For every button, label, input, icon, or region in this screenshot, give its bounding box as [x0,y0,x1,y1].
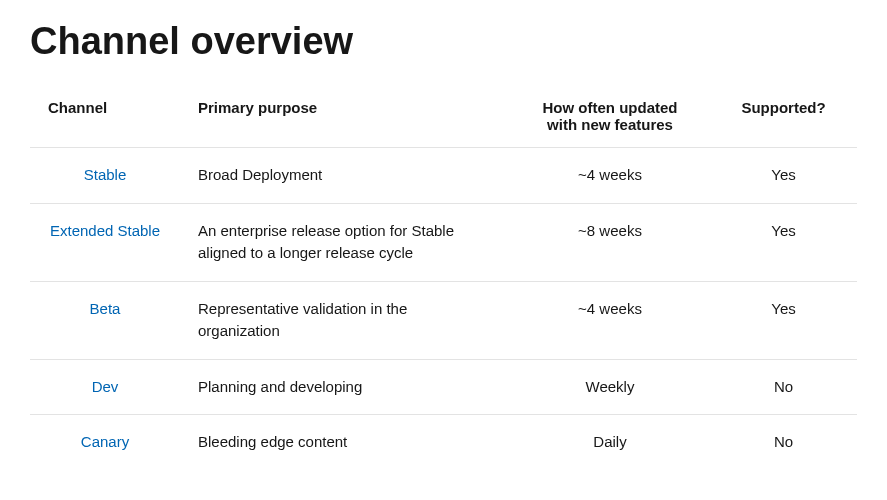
channel-table: Channel Primary purpose How often update… [30,87,857,470]
cell-frequency: Weekly [510,359,710,415]
table-row: Extended Stable An enterprise release op… [30,203,857,281]
header-channel: Channel [30,87,180,148]
table-row: Beta Representative validation in the or… [30,281,857,359]
table-row: Dev Planning and developing Weekly No [30,359,857,415]
channel-link-canary[interactable]: Canary [81,433,129,450]
cell-supported: No [710,359,857,415]
cell-supported: Yes [710,148,857,204]
channel-link-stable[interactable]: Stable [84,166,127,183]
table-row: Stable Broad Deployment ~4 weeks Yes [30,148,857,204]
table-row: Canary Bleeding edge content Daily No [30,415,857,470]
cell-supported: Yes [710,203,857,281]
cell-frequency: ~4 weeks [510,281,710,359]
cell-frequency: ~4 weeks [510,148,710,204]
cell-supported: Yes [710,281,857,359]
cell-purpose: Planning and developing [180,359,510,415]
cell-purpose: Bleeding edge content [180,415,510,470]
header-frequency: How often updated with new features [510,87,710,148]
header-supported: Supported? [710,87,857,148]
channel-link-beta[interactable]: Beta [90,300,121,317]
cell-purpose: Broad Deployment [180,148,510,204]
cell-frequency: ~8 weeks [510,203,710,281]
page-title: Channel overview [30,20,857,63]
header-purpose: Primary purpose [180,87,510,148]
cell-frequency: Daily [510,415,710,470]
table-header-row: Channel Primary purpose How often update… [30,87,857,148]
channel-link-dev[interactable]: Dev [92,378,119,395]
cell-purpose: Representative validation in the organiz… [180,281,510,359]
cell-purpose: An enterprise release option for Stable … [180,203,510,281]
cell-supported: No [710,415,857,470]
channel-link-extended-stable[interactable]: Extended Stable [50,222,160,239]
